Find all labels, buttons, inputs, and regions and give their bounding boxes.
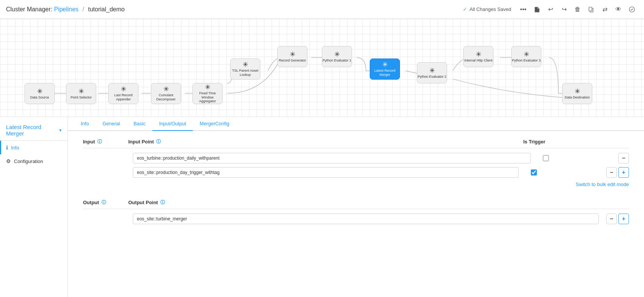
node-python-eval-1[interactable]: ✳ Python Evaluator 1: [322, 46, 352, 67]
shuffle-button[interactable]: ⇄: [599, 3, 611, 15]
node-label: Latest Record Merger: [370, 69, 400, 77]
col-header-input-point: Input Point ⓘ: [128, 138, 523, 145]
node-record-generator[interactable]: ✳ Record Generator: [277, 46, 307, 67]
check-circle-button[interactable]: [626, 3, 638, 15]
col-header-output: Output ⓘ: [83, 199, 128, 206]
tab-basic[interactable]: Basic: [127, 117, 152, 131]
col-header-output-point: Output Point ⓘ: [128, 199, 523, 206]
pipelines-link[interactable]: Pipelines: [54, 6, 78, 12]
sidebar-item-info-label: Info: [11, 145, 19, 151]
sidebar-item-info[interactable]: ℹ Info: [0, 141, 68, 154]
app-title: Cluster Manager: Pipelines / tutorial_de…: [6, 6, 124, 13]
svg-point-4: [629, 7, 635, 12]
output-point-label: Output Point: [128, 200, 158, 205]
node-label: Last Record Appender: [109, 93, 138, 102]
bottom-section: Latest Record Merger ▾ ℹ Info ⚙ Configur…: [0, 117, 644, 297]
node-icon: ✳: [382, 61, 388, 68]
tab-content-input-output: Input ⓘ Input Point ⓘ Is Trigger: [68, 131, 644, 297]
node-last-record-appender[interactable]: ✳ Last Record Appender: [108, 83, 138, 104]
tab-merger-config[interactable]: MergerConfig: [193, 117, 236, 131]
node-label: Internal Http Client: [464, 58, 493, 63]
node-icon: ✳: [205, 84, 211, 91]
node-icon: ✳: [290, 51, 295, 58]
tab-info[interactable]: Info: [74, 117, 96, 131]
node-fixed-time-window[interactable]: ✳ Fixed Time Window Aggregator: [192, 83, 223, 104]
col-header-is-trigger: Is Trigger: [523, 139, 599, 145]
input-point-field-1[interactable]: [133, 153, 531, 163]
node-icon: ✳: [37, 88, 43, 95]
node-data-source[interactable]: ✳ Data Source: [25, 83, 55, 104]
header-icons: ••• ↩ ↪ 🗑 ⇄ 👁: [517, 3, 638, 15]
output-label: Output: [83, 200, 99, 205]
delete-button[interactable]: 🗑: [572, 3, 584, 15]
remove-input-1-button[interactable]: −: [618, 153, 629, 163]
info-icon: ℹ: [6, 145, 8, 151]
node-point-selector[interactable]: ✳ Point Selector: [66, 83, 96, 104]
node-label: Data Source: [30, 95, 49, 100]
node-python-eval-2[interactable]: ✳ Python Evaluator 2: [417, 62, 447, 83]
input-label: Input: [83, 139, 95, 145]
tab-general[interactable]: General: [96, 117, 127, 131]
col-header-input: Input ⓘ: [83, 138, 128, 145]
node-title-dropdown[interactable]: ▾: [59, 128, 61, 133]
input-row-1: −: [83, 153, 629, 163]
tab-input-output[interactable]: Input/Output: [152, 117, 193, 131]
add-output-button[interactable]: +: [618, 214, 629, 224]
redo-button[interactable]: ↪: [558, 3, 570, 15]
document-button[interactable]: [531, 3, 543, 15]
input-row-2: − +: [83, 167, 629, 178]
node-label: Data Destination: [565, 95, 590, 100]
node-icon: ✳: [429, 67, 435, 74]
check-icon: ✓: [463, 6, 467, 12]
input-row-2-actions: − +: [606, 167, 629, 178]
pipeline-canvas[interactable]: ✳ Data Source ✳ Point Selector ✳ Last Re…: [0, 19, 644, 117]
node-icon: ✳: [78, 88, 84, 95]
input-info-icon: ⓘ: [97, 138, 102, 145]
node-latest-record-merger[interactable]: ✳ Latest Record Merger: [370, 58, 400, 80]
io-header-row: Input ⓘ Input Point ⓘ Is Trigger: [83, 138, 629, 148]
node-icon: ✳: [163, 86, 169, 92]
input-point-info-icon: ⓘ: [156, 138, 161, 145]
sidebar-item-configuration[interactable]: ⚙ Configuration: [0, 154, 68, 168]
node-data-destination[interactable]: ✳ Data Destination: [562, 83, 592, 104]
copy-button[interactable]: [585, 3, 597, 15]
remove-input-2-button[interactable]: −: [606, 167, 617, 178]
node-python-eval-3[interactable]: ✳ Python Evaluator 3: [511, 46, 541, 67]
is-trigger-checkbox-1[interactable]: [543, 155, 549, 161]
main-content: Info General Basic Input/Output MergerCo…: [68, 117, 644, 297]
input-row-1-actions: −: [618, 153, 629, 163]
input-point-label: Input Point: [128, 139, 154, 145]
node-label: Record Generator: [279, 58, 306, 63]
output-row-1-actions: − +: [606, 214, 629, 224]
node-icon: ✳: [243, 61, 248, 68]
node-cumulant-decomposer[interactable]: ✳ Cumulant Decomposer: [151, 83, 181, 104]
gear-icon: ⚙: [6, 158, 11, 164]
sidebar: Latest Record Merger ▾ ℹ Info ⚙ Configur…: [0, 117, 68, 297]
sidebar-item-config-label: Configuration: [14, 159, 43, 164]
node-label: TSL Parent Asset Lookup: [231, 69, 260, 77]
input-section: Input ⓘ Input Point ⓘ Is Trigger: [83, 138, 629, 187]
more-options-button[interactable]: •••: [517, 3, 529, 15]
separator: /: [83, 6, 84, 12]
input-point-field-2[interactable]: [133, 167, 519, 178]
save-status: ✓ All Changes Saved: [463, 6, 511, 12]
demo-name: tutorial_demo: [88, 6, 124, 12]
node-label: Python Evaluator 3: [512, 58, 541, 63]
output-point-field-1[interactable]: [133, 214, 599, 224]
save-status-text: All Changes Saved: [469, 6, 511, 12]
node-internal-http-client[interactable]: ✳ Internal Http Client: [463, 46, 493, 67]
node-tsl-parent[interactable]: ✳ TSL Parent Asset Lookup: [230, 58, 260, 80]
undo-button[interactable]: ↩: [544, 3, 556, 15]
svg-rect-3: [589, 7, 592, 11]
node-label: Python Evaluator 1: [323, 58, 351, 63]
is-trigger-label: Is Trigger: [523, 139, 546, 145]
node-icon: ✳: [476, 51, 481, 58]
eye-button[interactable]: 👁: [612, 3, 624, 15]
is-trigger-checkbox-2[interactable]: [531, 169, 537, 175]
output-row-1: − +: [83, 214, 629, 224]
remove-output-1-button[interactable]: −: [606, 214, 617, 224]
node-label: Python Evaluator 2: [418, 75, 446, 79]
cluster-manager-label: Cluster Manager:: [6, 6, 52, 12]
bulk-edit-link[interactable]: Switch to bulk edit mode: [576, 182, 629, 187]
add-input-button[interactable]: +: [618, 167, 629, 178]
